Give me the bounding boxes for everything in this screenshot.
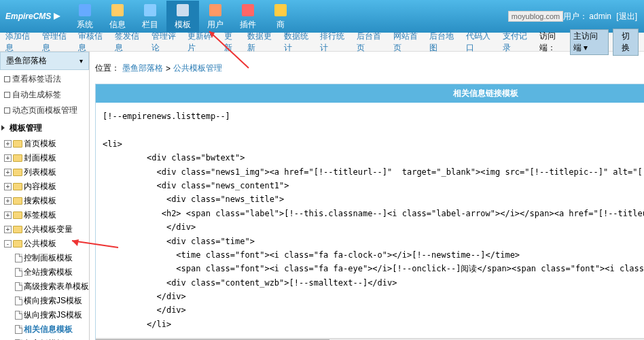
file-icon <box>15 254 22 262</box>
template-panel: 相关信息链接模板 [!--empirenews.listtemp--] <li>… <box>95 84 644 340</box>
menu-签发信息[interactable]: 签发信息 <box>115 31 142 54</box>
folder-icon <box>13 183 22 190</box>
sidebar-header[interactable]: 墨鱼部落格▾ <box>0 52 89 70</box>
tree-搜索模板[interactable]: +搜索模板 <box>0 194 89 208</box>
svg-rect-3 <box>177 4 189 16</box>
nav-icon <box>272 2 289 18</box>
topnav-模板[interactable]: 模板 <box>166 1 199 32</box>
menu-数据更新[interactable]: 数据更新 <box>247 31 274 54</box>
tree-公共模板[interactable]: -公共模板 <box>0 237 89 251</box>
expand-icon[interactable]: + <box>4 211 12 219</box>
tree-item-全站搜索模板[interactable]: 全站搜索模板 <box>0 265 89 279</box>
menu-审核信息[interactable]: 审核信息 <box>78 31 105 54</box>
file-icon <box>15 296 22 305</box>
chevron-down-icon: ▾ <box>79 57 83 65</box>
expand-icon[interactable]: + <box>4 197 12 205</box>
file-icon <box>15 282 22 291</box>
tree-item-控制面板模板[interactable]: 控制面板模板 <box>0 251 89 265</box>
nav-icon <box>207 2 223 18</box>
nav-icon <box>77 2 93 18</box>
svg-rect-1 <box>111 4 124 16</box>
arrow-icon <box>54 13 60 20</box>
menu-网站首页[interactable]: 网站首页 <box>393 31 421 54</box>
visit-select[interactable]: 主访问端 ▾ <box>570 29 609 55</box>
panel-title: 相关信息链接模板 <box>96 84 644 103</box>
folder-icon <box>13 154 22 162</box>
tree-item-高级搜索表单模板[interactable]: 高级搜索表单模板 <box>0 279 89 294</box>
expand-icon[interactable]: + <box>4 226 12 233</box>
sidebar: 墨鱼部落格▾ 查看标签语法自动生成标签动态页面模板管理 模板管理 +首页模板+封… <box>0 52 90 340</box>
tree-item-横向搜索JS模板[interactable]: 横向搜索JS模板 <box>0 294 89 308</box>
sidebar-group-title: 模板管理 <box>0 120 89 137</box>
menu-管理信息[interactable]: 管理信息 <box>42 31 69 54</box>
topnav-插件[interactable]: 插件 <box>232 1 264 32</box>
breadcrumb-link[interactable]: 墨鱼部落格 <box>122 63 163 74</box>
quick-查看标签语法[interactable]: 查看标签语法 <box>0 71 89 87</box>
menu-添加信息[interactable]: 添加信息 <box>5 31 33 54</box>
top-nav: 系统信息栏目模板用户插件商 <box>69 1 507 32</box>
folder-icon <box>13 211 22 219</box>
tree-列表模板[interactable]: +列表模板 <box>0 165 89 180</box>
topnav-用户[interactable]: 用户 <box>199 1 232 32</box>
menu-更新碎片[interactable]: 更新碎片 <box>187 31 215 54</box>
username-link[interactable]: admin <box>589 12 611 21</box>
menu-管理评论[interactable]: 管理评论 <box>151 31 179 54</box>
expand-icon[interactable]: + <box>4 183 12 190</box>
user-box: 用户：admin [退出] <box>563 11 639 22</box>
expand-icon[interactable]: + <box>4 154 12 162</box>
logout-link[interactable]: [退出] <box>616 12 637 21</box>
tree-内容模板[interactable]: +内容模板 <box>0 180 89 194</box>
file-icon <box>15 268 22 277</box>
topnav-栏目[interactable]: 栏目 <box>134 1 166 32</box>
watermark: moyublog.com <box>508 11 564 22</box>
topnav-商[interactable]: 商 <box>264 1 297 32</box>
tree-item-相关信息模板[interactable]: 相关信息模板 <box>0 322 89 337</box>
nav-icon <box>142 2 158 18</box>
svg-rect-5 <box>242 4 254 16</box>
svg-rect-4 <box>209 4 221 16</box>
file-icon <box>15 311 22 320</box>
tree-封面模板[interactable]: +封面模板 <box>0 151 89 165</box>
folder-icon <box>13 226 22 233</box>
svg-rect-6 <box>274 4 287 16</box>
expand-icon[interactable]: + <box>4 140 12 148</box>
tree-首页模板[interactable]: +首页模板 <box>0 137 89 151</box>
menu-bar: 添加信息管理信息审核信息签发信息管理评论更新碎片更新数据更新数据统计排行统计后台… <box>0 33 644 52</box>
svg-rect-2 <box>144 4 156 16</box>
folder-icon <box>13 240 22 248</box>
tree-item-留言板模板[interactable]: 留言板模板 <box>0 337 89 340</box>
nav-icon <box>109 2 126 18</box>
main-area: 位置： 墨鱼部落格 > 公共模板管理 进入数据更新 相关信息链接模板 [!--e… <box>90 52 644 340</box>
menu-支付记录[interactable]: 支付记录 <box>503 31 530 54</box>
svg-rect-0 <box>79 4 91 16</box>
breadcrumb: 位置： 墨鱼部落格 > 公共模板管理 进入数据更新 <box>95 56 644 84</box>
tree-标签模板[interactable]: +标签模板 <box>0 208 89 222</box>
quick-自动生成标签[interactable]: 自动生成标签 <box>0 87 89 103</box>
expand-icon[interactable]: + <box>4 169 12 176</box>
folder-icon <box>13 197 22 205</box>
quick-动态页面模板管理[interactable]: 动态页面模板管理 <box>0 103 89 118</box>
folder-icon <box>13 140 22 148</box>
logo: EmpireCMS <box>5 12 60 21</box>
expand-icon[interactable]: - <box>4 240 12 248</box>
nav-icon <box>175 2 191 18</box>
topnav-系统[interactable]: 系统 <box>69 1 101 32</box>
menu-代码入口[interactable]: 代码入口 <box>466 31 493 54</box>
tree-公共模板变量[interactable]: +公共模板变量 <box>0 222 89 237</box>
file-icon <box>15 325 22 334</box>
template-code[interactable]: [!--empirenews.listtemp--] <li> <div cla… <box>96 103 644 339</box>
menu-更新[interactable]: 更新 <box>224 31 238 54</box>
menu-后台首页[interactable]: 后台首页 <box>357 31 384 54</box>
folder-icon <box>13 169 22 176</box>
menu-排行统计[interactable]: 排行统计 <box>320 31 347 54</box>
menu-数据统计[interactable]: 数据统计 <box>284 31 311 54</box>
nav-icon <box>240 2 256 18</box>
topnav-信息[interactable]: 信息 <box>101 1 134 32</box>
breadcrumb-current[interactable]: 公共模板管理 <box>173 63 222 74</box>
tree-item-纵向搜索JS模板[interactable]: 纵向搜索JS模板 <box>0 308 89 322</box>
menu-后台地图[interactable]: 后台地图 <box>429 31 457 54</box>
